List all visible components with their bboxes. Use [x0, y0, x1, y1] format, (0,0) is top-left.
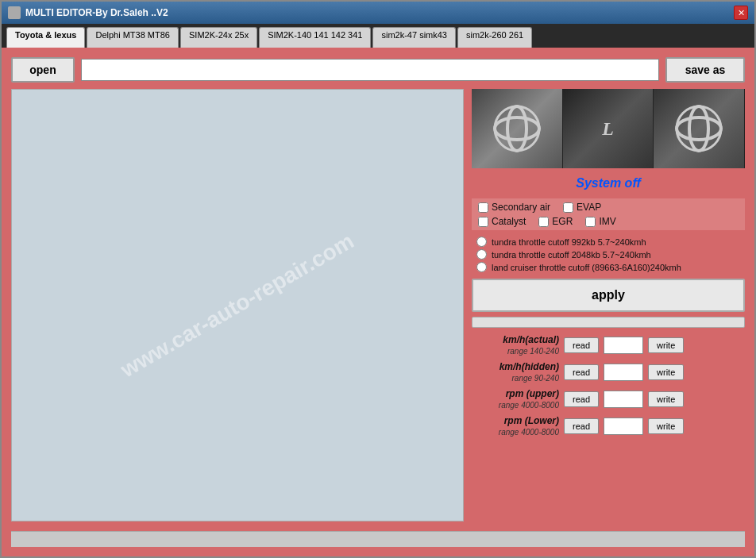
tab-sim2k-260[interactable]: sim2k-260 261: [457, 27, 532, 48]
catalyst-checkbox[interactable]: [478, 217, 488, 227]
radio-tundra-992-label: tundra throttle cutoff 992kb 5.7~240kmh: [492, 237, 646, 247]
field-row-kmh-actual: km/h(actual) range 140-240 read write: [472, 334, 745, 356]
checkbox-imv[interactable]: IMV: [585, 216, 615, 227]
field-row-rpm-lower: rpm (Lower) range 4000-8000 read write: [472, 415, 745, 437]
checkbox-egr[interactable]: EGR: [538, 216, 573, 227]
main-content: open save as www.car-auto-repair.com: [2, 48, 754, 556]
rpm-upper-write-button[interactable]: write: [648, 391, 684, 407]
system-off-label: System off: [472, 173, 745, 194]
tab-delphi[interactable]: Delphi MT38 MT86: [87, 27, 179, 48]
evap-checkbox[interactable]: [563, 202, 573, 213]
toyota-logo-2: [654, 89, 745, 168]
rpm-lower-write-button[interactable]: write: [648, 418, 684, 434]
kmh-actual-value-input[interactable]: [604, 337, 643, 354]
svg-point-5: [677, 106, 721, 151]
open-button[interactable]: open: [11, 57, 75, 83]
radio-tundra-992-input[interactable]: [476, 237, 487, 247]
progress-bar: [472, 317, 745, 328]
egr-label: EGR: [552, 216, 573, 227]
title-bar: MULTI EDITOR-By Dr.Saleh ..V2 ✕: [2, 2, 754, 24]
radio-land-cruiser-label: land cruiser throttle cutoff (89663-6A16…: [492, 263, 681, 272]
body-row: www.car-auto-repair.com L: [11, 89, 745, 521]
kmh-hidden-label: km/h(hidden) range 90-240: [472, 361, 559, 383]
tab-sim2k-47[interactable]: sim2k-47 simk43: [372, 27, 456, 48]
radio-land-cruiser[interactable]: land cruiser throttle cutoff (89663-6A16…: [476, 262, 740, 272]
right-panel: L System off: [472, 89, 745, 521]
field-row-kmh-hidden: km/h(hidden) range 90-240 read write: [472, 361, 745, 383]
close-button[interactable]: ✕: [734, 6, 748, 20]
top-row: open save as: [11, 57, 745, 83]
tab-sim2k-24x[interactable]: SIM2K-24x 25x: [180, 27, 257, 48]
bottom-status-bar: [11, 531, 745, 547]
checkbox-secondary-air[interactable]: Secondary air: [478, 202, 550, 213]
tab-sim2k-140[interactable]: SIM2K-140 141 142 341: [259, 27, 371, 48]
rpm-upper-value-input[interactable]: [604, 391, 643, 408]
rpm-upper-read-button[interactable]: read: [564, 391, 599, 407]
watermark-text: www.car-auto-repair.com: [117, 228, 359, 382]
tab-bar: Toyota & lexus Delphi MT38 MT86 SIM2K-24…: [2, 24, 754, 48]
window-title: MULTI EDITOR-By Dr.Saleh ..V2: [25, 7, 168, 18]
svg-point-0: [495, 117, 539, 140]
tab-toyota-lexus[interactable]: Toyota & lexus: [6, 27, 85, 48]
imv-label: IMV: [599, 216, 615, 227]
file-path-input[interactable]: [81, 59, 659, 81]
egr-checkbox[interactable]: [538, 217, 549, 227]
checkbox-catalyst[interactable]: Catalyst: [478, 216, 526, 227]
secondary-air-checkbox[interactable]: [478, 202, 488, 213]
radio-tundra-2048-label: tundra throttle cutoff 2048kb 5.7~240kmh: [492, 250, 651, 260]
hex-editor-panel: www.car-auto-repair.com: [11, 89, 464, 521]
kmh-hidden-write-button[interactable]: write: [648, 364, 684, 380]
catalyst-label: Catalyst: [492, 216, 526, 227]
rpm-lower-label: rpm (Lower) range 4000-8000: [472, 415, 559, 437]
title-controls: ✕: [734, 6, 748, 20]
main-window: MULTI EDITOR-By Dr.Saleh ..V2 ✕ Toyota &…: [0, 0, 756, 558]
field-row-rpm-upper: rpm (upper) range 4000-8000 read write: [472, 388, 745, 410]
checkbox-row-2: Catalyst EGR IMV: [478, 216, 739, 227]
kmh-actual-label: km/h(actual) range 140-240: [472, 334, 559, 356]
toyota-logo-1: [472, 89, 563, 168]
svg-point-3: [677, 117, 721, 140]
svg-point-2: [495, 106, 539, 151]
checkbox-row-1: Secondary air EVAP: [478, 202, 739, 213]
radio-land-cruiser-input[interactable]: [476, 262, 487, 272]
apply-button[interactable]: apply: [472, 279, 745, 312]
svg-point-1: [507, 106, 526, 151]
imv-checkbox[interactable]: [585, 217, 596, 227]
radio-options-container: tundra throttle cutoff 992kb 5.7~240kmh …: [472, 235, 745, 274]
lexus-logo: L: [563, 89, 654, 168]
svg-point-4: [689, 106, 708, 151]
radio-tundra-2048-input[interactable]: [476, 249, 487, 260]
app-icon: [8, 6, 21, 19]
kmh-hidden-read-button[interactable]: read: [564, 364, 599, 380]
title-bar-left: MULTI EDITOR-By Dr.Saleh ..V2: [8, 6, 168, 19]
kmh-actual-read-button[interactable]: read: [564, 337, 599, 353]
evap-label: EVAP: [577, 202, 601, 213]
rpm-upper-label: rpm (upper) range 4000-8000: [472, 388, 559, 410]
rpm-lower-read-button[interactable]: read: [564, 418, 599, 434]
checkbox-evap[interactable]: EVAP: [563, 202, 601, 213]
fields-grid: km/h(actual) range 140-240 read write km…: [472, 334, 745, 437]
radio-tundra-992[interactable]: tundra throttle cutoff 992kb 5.7~240kmh: [476, 237, 740, 247]
checkboxes-container: Secondary air EVAP Catalyst: [472, 198, 745, 230]
save-as-button[interactable]: save as: [665, 57, 745, 83]
rpm-lower-value-input[interactable]: [604, 418, 643, 435]
kmh-hidden-value-input[interactable]: [604, 364, 643, 381]
secondary-air-label: Secondary air: [492, 202, 550, 213]
kmh-actual-write-button[interactable]: write: [648, 337, 684, 353]
radio-tundra-2048[interactable]: tundra throttle cutoff 2048kb 5.7~240kmh: [476, 249, 740, 260]
logo-strip: L: [472, 89, 745, 168]
